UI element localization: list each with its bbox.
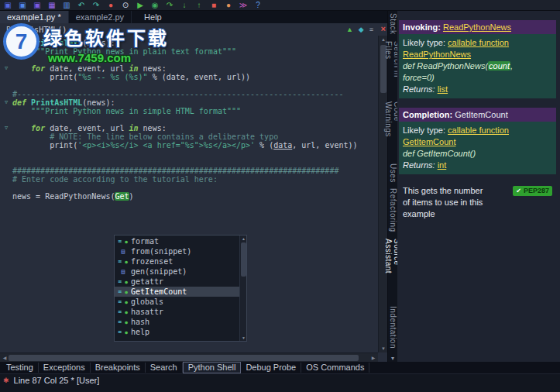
code-line [0, 184, 378, 192]
step-out-icon[interactable]: ↑ [194, 1, 204, 10]
python-shell-icon[interactable]: ≫ [239, 1, 248, 10]
panel-tab-indentation[interactable]: Indentation [389, 306, 397, 349]
completion-label: GetItemCount [131, 287, 187, 296]
fold-toggle-icon[interactable]: ▽ [0, 39, 12, 47]
assistant-line: of items to use in this [403, 197, 552, 208]
bottom-tab-python-shell[interactable]: Python Shell [183, 362, 242, 373]
record-macro-icon[interactable]: ● [106, 1, 115, 10]
completion-scrollbar[interactable]: ▲ ▼ [239, 236, 246, 341]
editor-menu-icon[interactable]: ≡ [369, 26, 373, 33]
horizontal-scrollbar[interactable]: ◀ ▶ [0, 352, 378, 362]
horizontal-scrollbar-thumb[interactable] [9, 355, 359, 361]
save-icon[interactable]: ▣ [33, 1, 42, 10]
right-tab-strip: StackSearch in FilesCode WarningsUsesRef… [387, 11, 397, 362]
code-line [0, 115, 378, 124]
help-icon[interactable]: ? [253, 1, 263, 10]
panel-tab-stack[interactable]: Stack [389, 13, 397, 35]
bottom-tab-debug-probe[interactable]: Debug Probe [241, 363, 301, 373]
code-token: PrintAsText [31, 39, 82, 47]
bottom-tab-breakpoints[interactable]: Breakpoints [91, 363, 146, 373]
menu-help[interactable]: Help [139, 11, 167, 23]
step-over-icon[interactable]: ↷ [165, 1, 174, 10]
callable-dot-icon: ● [123, 329, 129, 335]
completion-item-getattr[interactable]: ≡●getattr [115, 277, 239, 287]
completion-item-getitemcount[interactable]: ≡●GetItemCount [115, 287, 239, 297]
fold-toggle-icon[interactable]: ▽ [0, 64, 12, 73]
chevron-down-icon[interactable]: ▾ [391, 355, 394, 362]
completion-item-gen-snippet[interactable]: ▤gen(snippet) [115, 266, 239, 277]
scope-breadcrumb[interactable]: PrintAsHTML() [6, 26, 67, 34]
assistant-line: Invoking: ReadPythonNews [403, 22, 552, 33]
assistant-text: Likely type: [403, 126, 448, 135]
code-token: Get [115, 192, 129, 201]
debug-icon[interactable]: ◉ [150, 1, 160, 10]
assistant-link[interactable]: list [438, 84, 448, 94]
completion-scrollbar-thumb[interactable] [241, 242, 246, 277]
completion-item-hasattr[interactable]: ≡●hasattr [115, 307, 239, 317]
fold-toggle-icon[interactable]: ▽ [0, 98, 12, 107]
code-token: ) [129, 192, 134, 201]
code-token: date, event, url [45, 124, 129, 132]
assistant-link[interactable]: callable function [448, 126, 509, 135]
search-icon[interactable]: ⊙ [121, 1, 130, 10]
code-line: """Print Python news in plain text forma… [0, 47, 378, 56]
goto-definition-icon[interactable]: ▲ [346, 26, 353, 33]
assistant-text: def GetItemCount() [403, 149, 476, 158]
save-all-icon[interactable]: ▦ [47, 1, 57, 10]
new-file-icon[interactable]: ▣ [3, 1, 12, 10]
code-token: news = ReadPythonNews( [12, 192, 115, 201]
assistant-link[interactable]: callable function [448, 38, 509, 47]
callable-dot-icon: ● [123, 309, 129, 315]
bookmark-icon[interactable]: ◆ [359, 26, 364, 33]
scroll-down-icon[interactable]: ▼ [240, 335, 247, 340]
open-file-icon[interactable]: ▣ [18, 1, 27, 10]
check-icon: ✔ [516, 185, 521, 197]
bottom-tab-bar: TestingExceptionsBreakpointsSearchPython… [0, 362, 560, 373]
scroll-right-icon[interactable]: ▶ [369, 354, 378, 362]
assistant-note: ✔PEP287This gets the numberof items to u… [399, 184, 556, 222]
assistant-line: GetItemCount [403, 136, 552, 148]
panel-tab-refactoring[interactable]: Refactoring [389, 188, 397, 232]
panel-tab-uses[interactable]: Uses [389, 163, 397, 183]
bottom-tab-search[interactable]: Search [146, 363, 183, 373]
code-token: for [31, 64, 45, 73]
assistant-line: Returns: list [403, 84, 552, 95]
callable-dot-icon: ● [123, 289, 129, 294]
assistant-text: def ReadPythonNews( [403, 61, 488, 70]
callable-dot-icon: ● [123, 259, 129, 264]
gutter-cell [0, 192, 12, 201]
completion-item-frozenset[interactable]: ≡●frozenset [115, 256, 239, 266]
print-icon[interactable]: ▥ [62, 1, 71, 10]
completion-item-globals[interactable]: ≡●globals [115, 297, 239, 307]
pep287-badge[interactable]: ✔PEP287 [513, 186, 552, 196]
callable-icon: ≡ [117, 278, 123, 285]
callable-icon: ≡ [117, 328, 123, 335]
assistant-line: Completion: GetItemCount [403, 109, 552, 120]
bottom-tab-testing[interactable]: Testing [2, 363, 39, 373]
completion-item-format[interactable]: ≡●format [115, 236, 239, 246]
completion-label: hash [131, 318, 149, 326]
fold-toggle-icon[interactable]: ▽ [0, 124, 12, 132]
completion-item-hash[interactable]: ≡●hash [115, 317, 239, 327]
step-into-icon[interactable]: ↓ [180, 1, 189, 10]
redo-icon[interactable]: ↷ [91, 1, 101, 10]
breakpoint-icon[interactable]: ● [224, 1, 233, 10]
close-editor-icon[interactable]: × [381, 24, 386, 33]
assistant-link[interactable]: int [438, 160, 447, 170]
scroll-up-icon[interactable]: ▲ [240, 236, 247, 241]
assistant-link[interactable]: ReadPythonNews [443, 22, 511, 32]
completion-item-help[interactable]: ≡●help [115, 327, 239, 337]
assistant-link[interactable]: ReadPythonNews [403, 50, 471, 59]
assistant-line: def ReadPythonNews(count, [403, 60, 552, 72]
completion-item-from-snippet[interactable]: ▤from(snippet) [115, 246, 239, 256]
code-token: def [12, 98, 31, 107]
bottom-tab-os-commands[interactable]: OS Commands [301, 363, 369, 373]
assistant-line: def GetItemCount() [403, 148, 552, 160]
run-icon[interactable]: ▶ [136, 1, 145, 10]
assistant-link[interactable]: GetItemCount [403, 137, 455, 146]
stop-icon[interactable]: ■ [209, 1, 218, 10]
undo-icon[interactable]: ↶ [77, 1, 86, 10]
editor-tab-example1-py[interactable]: example1.py * [0, 11, 69, 23]
editor-tab-example2-py[interactable]: example2.py [69, 11, 132, 23]
bottom-tab-exceptions[interactable]: Exceptions [39, 363, 91, 373]
